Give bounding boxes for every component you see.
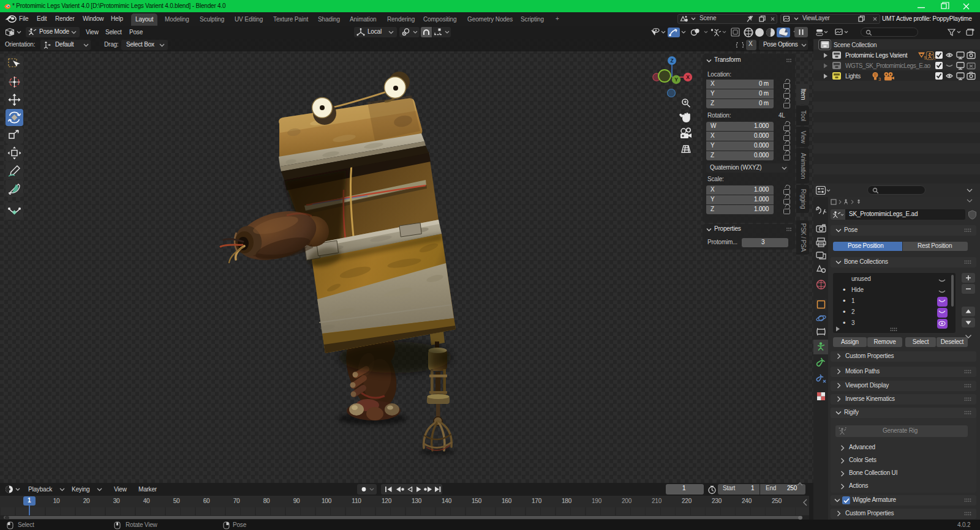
svg-text:Y: Y: [674, 77, 678, 83]
svg-text:X: X: [686, 74, 690, 80]
svg-text:Z: Z: [671, 58, 674, 64]
svg-text:3: 3: [878, 77, 881, 82]
